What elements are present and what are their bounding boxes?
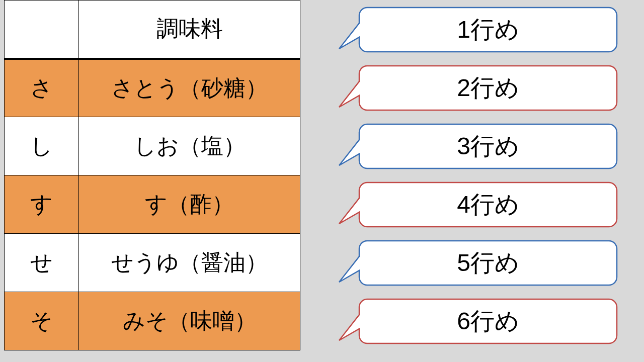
name-cell: みそ（味噌） [79, 292, 300, 350]
name-cell: す（酢） [79, 175, 300, 234]
name-cell: さとう（砂糖） [79, 59, 300, 117]
table-row: さ さとう（砂糖） [5, 59, 300, 117]
name-cell: しお（塩） [79, 117, 300, 175]
callout-label: 1行め [357, 6, 619, 53]
table-row: せ せうゆ（醤油） [5, 234, 300, 292]
row-callouts: 1行め 2行め 3行め 4行め 5行め [337, 6, 619, 345]
callout-label: 6行め [357, 298, 619, 345]
kana-cell: さ [5, 59, 79, 117]
table-row: そ みそ（味噌） [5, 292, 300, 350]
name-cell: せうゆ（醤油） [79, 234, 300, 292]
table-row: し しお（塩） [5, 117, 300, 175]
seasonings-table: 調味料 さ さとう（砂糖） し しお（塩） す す（酢） せ せうゆ（醤油） そ… [4, 0, 300, 350]
header-name-cell: 調味料 [79, 1, 300, 59]
table-row: す す（酢） [5, 175, 300, 234]
callout-label: 3行め [357, 123, 619, 170]
kana-cell: す [5, 175, 79, 234]
callout-label: 4行め [357, 181, 619, 228]
callout-row-4: 4行め [337, 181, 619, 228]
kana-cell: せ [5, 234, 79, 292]
callout-row-1: 1行め [337, 6, 619, 53]
header-kana-cell [5, 1, 79, 59]
kana-cell: し [5, 117, 79, 175]
callout-row-6: 6行め [337, 298, 619, 345]
callout-label: 5行め [357, 239, 619, 287]
callout-label: 2行め [357, 64, 619, 112]
table-header-row: 調味料 [5, 1, 300, 59]
callout-row-3: 3行め [337, 123, 619, 170]
callout-row-2: 2行め [337, 64, 619, 112]
callout-row-5: 5行め [337, 239, 619, 287]
kana-cell: そ [5, 292, 79, 350]
